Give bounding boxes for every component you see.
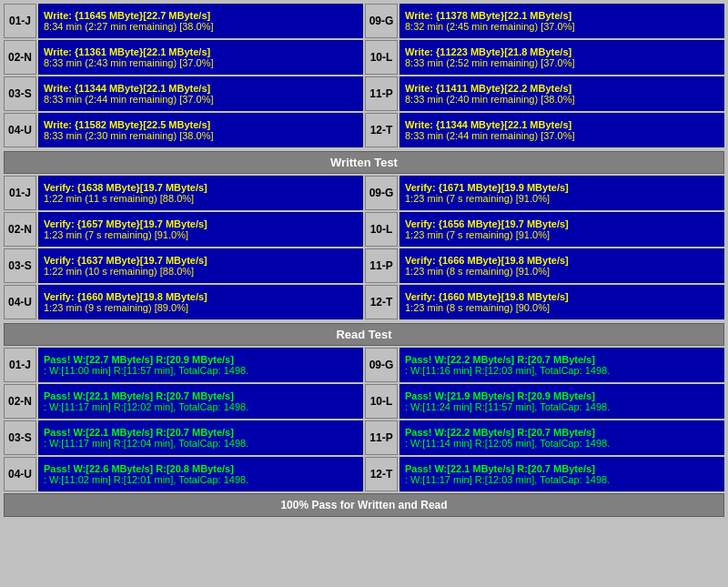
right-cell-line1-1: Pass! W:[21.9 MByte/s] R:[20.9 MByte/s]	[405, 390, 719, 401]
right-cell-3: Write: {11344 MByte}[22.1 MByte/s]8:33 m…	[399, 113, 724, 147]
left-cell-line1-0: Write: {11645 MByte}[22.7 MByte/s]	[44, 10, 358, 21]
right-cell-line1-2: Verify: {1666 MByte}[19.8 MByte/s]	[405, 255, 719, 266]
right-label-2: 11-P	[365, 248, 398, 283]
data-row-0: 01-JVerify: {1638 MByte}[19.7 MByte/s]1:…	[4, 176, 724, 210]
data-row-2: 03-SPass! W:[22.1 MByte/s] R:[20.7 MByte…	[4, 420, 724, 455]
right-cell-line1-0: Pass! W:[22.2 MByte/s] R:[20.7 MByte/s]	[405, 354, 719, 365]
data-row-3: 04-UVerify: {1660 MByte}[19.8 MByte/s]1:…	[4, 285, 724, 319]
data-row-3: 04-UWrite: {11582 MByte}[22.5 MByte/s]8:…	[4, 113, 724, 147]
left-cell-line1-3: Verify: {1660 MByte}[19.8 MByte/s]	[44, 291, 358, 302]
left-cell-2: Write: {11344 MByte}[22.1 MByte/s]8:33 m…	[38, 76, 363, 111]
left-label-3: 04-U	[4, 457, 36, 491]
left-cell-line1-2: Pass! W:[22.1 MByte/s] R:[20.7 MByte/s]	[44, 427, 358, 438]
left-cell-3: Write: {11582 MByte}[22.5 MByte/s]8:33 m…	[38, 113, 363, 147]
right-cell-line1-3: Write: {11344 MByte}[22.1 MByte/s]	[405, 119, 719, 130]
right-label-0: 09-G	[365, 348, 398, 382]
left-cell-3: Pass! W:[22.6 MByte/s] R:[20.8 MByte/s]:…	[38, 457, 363, 491]
left-label-3: 04-U	[4, 285, 36, 319]
main-container: 01-JWrite: {11645 MByte}[22.7 MByte/s]8:…	[0, 0, 728, 521]
right-label-0: 09-G	[365, 176, 398, 210]
right-label-3: 12-T	[365, 457, 398, 491]
right-cell-line2-1: 8:33 min (2:52 min remaining) [37.0%]	[405, 57, 719, 68]
right-cell-line2-3: 8:33 min (2:44 min remaining) [37.0%]	[405, 130, 719, 141]
left-cell-1: Write: {11361 MByte}[22.1 MByte/s]8:33 m…	[38, 40, 363, 75]
right-cell-3: Verify: {1660 MByte}[19.8 MByte/s]1:23 m…	[399, 285, 724, 319]
left-cell-0: Verify: {1638 MByte}[19.7 MByte/s]1:22 m…	[38, 176, 363, 210]
right-cell-line1-1: Write: {11223 MByte}[21.8 MByte/s]	[405, 46, 719, 57]
right-cell-1: Pass! W:[21.9 MByte/s] R:[20.9 MByte/s]:…	[399, 384, 724, 419]
right-cell-line2-0: 8:32 min (2:45 min remaining) [37.0%]	[405, 21, 719, 32]
left-cell-line2-3: 1:23 min (9 s remaining) [89.0%]	[44, 302, 358, 313]
written-test-header: Written Test	[4, 151, 724, 174]
left-cell-line2-0: 1:22 min (11 s remaining) [88.0%]	[44, 193, 358, 204]
left-cell-line1-0: Pass! W:[22.7 MByte/s] R:[20.9 MByte/s]	[44, 354, 358, 365]
read-section: 01-JPass! W:[22.7 MByte/s] R:[20.9 MByte…	[4, 348, 724, 491]
left-label-0: 01-J	[4, 176, 36, 210]
left-cell-3: Verify: {1660 MByte}[19.8 MByte/s]1:23 m…	[38, 285, 363, 319]
left-cell-1: Verify: {1657 MByte}[19.7 MByte/s]1:23 m…	[38, 212, 363, 247]
left-label-0: 01-J	[4, 4, 36, 38]
left-label-0: 01-J	[4, 348, 36, 382]
right-cell-line2-2: 1:23 min (8 s remaining) [91.0%]	[405, 266, 719, 277]
left-cell-line1-3: Write: {11582 MByte}[22.5 MByte/s]	[44, 119, 358, 130]
left-label-1: 02-N	[4, 40, 36, 75]
left-cell-line1-2: Verify: {1637 MByte}[19.7 MByte/s]	[44, 255, 358, 266]
left-cell-1: Pass! W:[22.1 MByte/s] R:[20.7 MByte/s]:…	[38, 384, 363, 419]
data-row-1: 02-NVerify: {1657 MByte}[19.7 MByte/s]1:…	[4, 212, 724, 247]
data-row-3: 04-UPass! W:[22.6 MByte/s] R:[20.8 MByte…	[4, 457, 724, 491]
right-cell-line2-3: 1:23 min (8 s remaining) [90.0%]	[405, 302, 719, 313]
left-cell-line2-3: 8:33 min (2:30 min remaining) [38.0%]	[44, 130, 358, 141]
left-label-2: 03-S	[4, 248, 36, 283]
right-label-1: 10-L	[365, 212, 398, 247]
right-cell-line1-3: Pass! W:[22.1 MByte/s] R:[20.7 MByte/s]	[405, 463, 719, 474]
right-label-0: 09-G	[365, 4, 398, 38]
right-cell-line1-1: Verify: {1656 MByte}[19.7 MByte/s]	[405, 218, 719, 229]
footer-bar: 100% Pass for Written and Read	[4, 493, 724, 517]
left-cell-line1-2: Write: {11344 MByte}[22.1 MByte/s]	[44, 83, 358, 94]
data-row-1: 02-NWrite: {11361 MByte}[22.1 MByte/s]8:…	[4, 40, 724, 75]
right-cell-line2-0: 1:23 min (7 s remaining) [91.0%]	[405, 193, 719, 204]
left-cell-2: Pass! W:[22.1 MByte/s] R:[20.7 MByte/s]:…	[38, 420, 363, 455]
left-cell-line2-0: : W:[11:00 min] R:[11:57 min], TotalCap:…	[44, 365, 358, 376]
left-label-1: 02-N	[4, 384, 36, 419]
right-cell-2: Pass! W:[22.2 MByte/s] R:[20.7 MByte/s]:…	[399, 420, 724, 455]
left-cell-line2-2: 1:22 min (10 s remaining) [88.0%]	[44, 266, 358, 277]
write-section: 01-JWrite: {11645 MByte}[22.7 MByte/s]8:…	[4, 4, 724, 147]
right-cell-line2-2: 8:33 min (2:40 min remaining) [38.0%]	[405, 94, 719, 105]
right-cell-line2-1: : W:[11:24 min] R:[11:57 min], TotalCap:…	[405, 401, 719, 412]
right-cell-line1-2: Pass! W:[22.2 MByte/s] R:[20.7 MByte/s]	[405, 427, 719, 438]
right-cell-line2-2: : W:[11:14 min] R:[12:05 min], TotalCap:…	[405, 438, 719, 449]
right-cell-line1-2: Write: {11411 MByte}[22.2 MByte/s]	[405, 83, 719, 94]
left-cell-line1-1: Write: {11361 MByte}[22.1 MByte/s]	[44, 46, 358, 57]
left-cell-line1-1: Pass! W:[22.1 MByte/s] R:[20.7 MByte/s]	[44, 390, 358, 401]
data-row-2: 03-SWrite: {11344 MByte}[22.1 MByte/s]8:…	[4, 76, 724, 111]
left-label-2: 03-S	[4, 420, 36, 455]
right-cell-0: Verify: {1671 MByte}[19.9 MByte/s]1:23 m…	[399, 176, 724, 210]
right-label-3: 12-T	[365, 285, 398, 319]
right-cell-2: Write: {11411 MByte}[22.2 MByte/s]8:33 m…	[399, 76, 724, 111]
right-cell-line2-3: : W:[11:17 min] R:[12:03 min], TotalCap:…	[405, 474, 719, 485]
right-cell-line2-0: : W:[11:16 min] R:[12:03 min], TotalCap:…	[405, 365, 719, 376]
right-label-2: 11-P	[365, 420, 398, 455]
right-cell-line1-0: Write: {11378 MByte}[22.1 MByte/s]	[405, 10, 719, 21]
data-row-0: 01-JWrite: {11645 MByte}[22.7 MByte/s]8:…	[4, 4, 724, 38]
right-cell-1: Write: {11223 MByte}[21.8 MByte/s]8:33 m…	[399, 40, 724, 75]
left-cell-line2-1: 1:23 min (7 s remaining) [91.0%]	[44, 229, 358, 240]
left-cell-line2-2: 8:33 min (2:44 min remaining) [37.0%]	[44, 94, 358, 105]
right-cell-line1-0: Verify: {1671 MByte}[19.9 MByte/s]	[405, 182, 719, 193]
right-label-1: 10-L	[365, 40, 398, 75]
left-cell-line1-1: Verify: {1657 MByte}[19.7 MByte/s]	[44, 218, 358, 229]
right-label-3: 12-T	[365, 113, 398, 147]
left-label-2: 03-S	[4, 76, 36, 111]
left-cell-line1-0: Verify: {1638 MByte}[19.7 MByte/s]	[44, 182, 358, 193]
verify-section: 01-JVerify: {1638 MByte}[19.7 MByte/s]1:…	[4, 176, 724, 319]
read-test-header: Read Test	[4, 323, 724, 346]
right-label-2: 11-P	[365, 76, 398, 111]
right-cell-0: Pass! W:[22.2 MByte/s] R:[20.7 MByte/s]:…	[399, 348, 724, 382]
left-label-1: 02-N	[4, 212, 36, 247]
right-cell-1: Verify: {1656 MByte}[19.7 MByte/s]1:23 m…	[399, 212, 724, 247]
right-cell-line2-1: 1:23 min (7 s remaining) [91.0%]	[405, 229, 719, 240]
right-cell-0: Write: {11378 MByte}[22.1 MByte/s]8:32 m…	[399, 4, 724, 38]
left-cell-line2-1: : W:[11:17 min] R:[12:02 min], TotalCap:…	[44, 401, 358, 412]
left-cell-line1-3: Pass! W:[22.6 MByte/s] R:[20.8 MByte/s]	[44, 463, 358, 474]
